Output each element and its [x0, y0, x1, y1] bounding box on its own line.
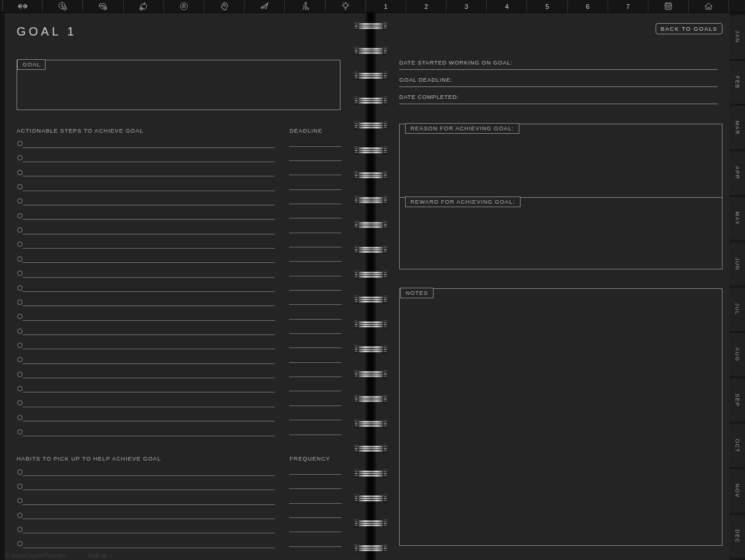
step-row-bullet[interactable]: [17, 227, 23, 233]
tab-health[interactable]: [83, 0, 123, 12]
date-field-line[interactable]: [399, 104, 718, 104]
step-row-value-line[interactable]: [289, 420, 342, 420]
tab-page-4[interactable]: 4: [487, 0, 527, 12]
step-row-value-line[interactable]: [289, 362, 342, 363]
step-row-bullet[interactable]: [17, 343, 23, 348]
habit-row-bullet[interactable]: [17, 484, 23, 489]
step-row-text-line[interactable]: [23, 392, 275, 392]
month-tab-aug[interactable]: AUG: [730, 333, 745, 376]
step-row-value-line[interactable]: [289, 276, 342, 276]
step-row-text-line[interactable]: [23, 262, 275, 263]
step-row-value-line[interactable]: [289, 333, 342, 334]
tab-travel[interactable]: [245, 0, 285, 12]
month-tab-dec[interactable]: DEC: [730, 515, 745, 558]
month-tab-apr[interactable]: APR: [730, 152, 745, 195]
month-tab-jul[interactable]: JUL: [730, 288, 745, 331]
month-tab-oct[interactable]: OCT: [730, 424, 745, 467]
step-row-bullet[interactable]: [17, 329, 23, 334]
step-row-value-line[interactable]: [289, 189, 342, 190]
step-row-bullet[interactable]: [17, 285, 23, 291]
step-row-text-line[interactable]: [23, 436, 275, 436]
tab-page-1[interactable]: 1: [366, 0, 406, 12]
step-row-text-line[interactable]: [23, 305, 275, 306]
step-row-value-line[interactable]: [289, 435, 342, 435]
habit-row-bullet[interactable]: [17, 469, 23, 475]
month-tab-jan[interactable]: JAN: [730, 15, 745, 59]
step-row-bullet[interactable]: [17, 271, 23, 276]
habit-row-bullet[interactable]: [17, 541, 23, 546]
date-field-line[interactable]: [399, 69, 718, 70]
step-row-bullet[interactable]: [17, 170, 23, 175]
tab-page-5[interactable]: 5: [527, 0, 567, 12]
date-field-line[interactable]: [399, 86, 718, 87]
back-to-goals-button[interactable]: BACK TO GOALS: [656, 23, 722, 34]
habit-row-text-line[interactable]: [23, 475, 275, 476]
step-row-text-line[interactable]: [23, 334, 275, 335]
tab-page-3[interactable]: 3: [447, 0, 487, 12]
step-row-text-line[interactable]: [23, 421, 275, 421]
visit-us-link[interactable]: Visit us →: [88, 552, 114, 559]
step-row-text-line[interactable]: [23, 162, 275, 162]
tab-activity[interactable]: [285, 0, 325, 12]
step-row-value-line[interactable]: [289, 160, 342, 161]
step-row-value-line[interactable]: [289, 376, 342, 377]
step-row-value-line[interactable]: [289, 204, 342, 204]
tab-fitness[interactable]: [2, 0, 43, 12]
step-row-value-line[interactable]: [289, 218, 342, 218]
step-row-text-line[interactable]: [23, 248, 275, 249]
step-row-value-line[interactable]: [289, 290, 342, 291]
step-row-bullet[interactable]: [17, 155, 23, 160]
step-row-text-line[interactable]: [23, 320, 275, 321]
habit-row-text-line[interactable]: [23, 504, 275, 505]
step-row-text-line[interactable]: [23, 219, 275, 220]
step-row-text-line[interactable]: [23, 363, 275, 364]
month-tab-may[interactable]: MAY: [730, 197, 745, 240]
habit-row-value-line[interactable]: [289, 517, 342, 518]
habit-row-text-line[interactable]: [23, 548, 275, 548]
step-row-bullet[interactable]: [17, 141, 23, 146]
step-row-bullet[interactable]: [17, 357, 23, 362]
habit-row-value-line[interactable]: [289, 532, 342, 532]
habit-row-bullet[interactable]: [17, 527, 23, 532]
step-row-text-line[interactable]: [23, 407, 275, 407]
step-row-value-line[interactable]: [289, 391, 342, 391]
step-row-text-line[interactable]: [23, 349, 275, 349]
month-tab-sep[interactable]: SEP: [730, 379, 745, 422]
step-row-text-line[interactable]: [23, 234, 275, 234]
step-row-text-line[interactable]: [23, 176, 275, 176]
tab-calendar[interactable]: [648, 0, 689, 12]
habit-row-text-line[interactable]: [23, 519, 275, 519]
step-row-bullet[interactable]: [17, 372, 23, 377]
habit-row-value-line[interactable]: [289, 474, 342, 475]
step-row-value-line[interactable]: [289, 247, 342, 247]
habit-row-text-line[interactable]: [23, 490, 275, 490]
step-row-value-line[interactable]: [289, 146, 342, 147]
notes-box[interactable]: [399, 288, 722, 546]
step-row-value-line[interactable]: [289, 175, 342, 175]
month-tab-jun[interactable]: JUN: [730, 243, 745, 286]
habit-row-bullet[interactable]: [17, 498, 23, 503]
step-row-bullet[interactable]: [17, 198, 23, 204]
step-row-value-line[interactable]: [289, 319, 342, 320]
tab-page-2[interactable]: 2: [406, 0, 447, 12]
tab-ideas[interactable]: [326, 0, 366, 12]
step-row-bullet[interactable]: [17, 314, 23, 319]
step-row-value-line[interactable]: [289, 261, 342, 262]
step-row-value-line[interactable]: [289, 405, 342, 406]
tab-page-7[interactable]: 7: [608, 0, 648, 12]
habit-row-value-line[interactable]: [289, 488, 342, 489]
step-row-text-line[interactable]: [23, 147, 275, 148]
step-row-bullet[interactable]: [17, 400, 23, 405]
step-row-bullet[interactable]: [17, 256, 23, 262]
step-row-text-line[interactable]: [23, 291, 275, 292]
goal-text-box[interactable]: [17, 60, 341, 110]
habit-row-text-line[interactable]: [23, 533, 275, 533]
month-tab-nov[interactable]: NOV: [730, 469, 745, 513]
habit-row-bullet[interactable]: [17, 513, 23, 518]
step-row-bullet[interactable]: [17, 415, 23, 420]
step-row-text-line[interactable]: [23, 378, 275, 378]
month-tab-feb[interactable]: FEB: [730, 61, 745, 104]
step-row-bullet[interactable]: [17, 300, 23, 305]
step-row-bullet[interactable]: [17, 213, 23, 218]
tab-nutrition[interactable]: [124, 0, 164, 12]
